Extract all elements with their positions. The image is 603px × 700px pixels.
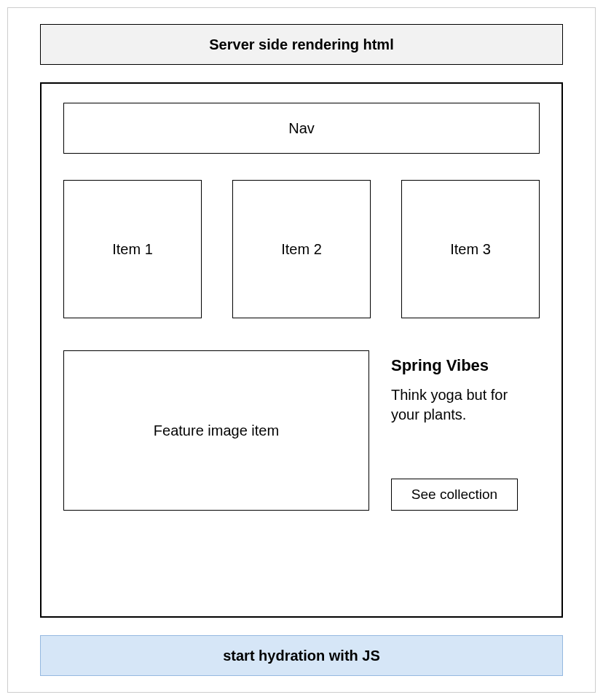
item-label: Item 1 (112, 241, 153, 258)
feature-description: Think yoga but for your plants. (391, 385, 540, 425)
nav-placeholder: Nav (63, 103, 540, 154)
feature-side: Spring Vibes Think yoga but for your pla… (391, 350, 540, 511)
ssr-step-bar: Server side rendering html (40, 24, 563, 65)
item-box-2: Item 2 (232, 180, 371, 318)
item-label: Item 2 (281, 241, 322, 258)
feature-image-label: Feature image item (154, 422, 279, 439)
nav-label: Nav (288, 120, 315, 137)
feature-title: Spring Vibes (391, 356, 540, 375)
hydration-step-bar: start hydration with JS (40, 635, 563, 676)
item-box-3: Item 3 (401, 180, 540, 318)
item-box-1: Item 1 (63, 180, 202, 318)
item-label: Item 3 (450, 241, 491, 258)
feature-row: Feature image item Spring Vibes Think yo… (63, 350, 540, 511)
see-collection-label: See collection (411, 487, 497, 502)
see-collection-button[interactable]: See collection (391, 479, 518, 511)
items-row: Item 1 Item 2 Item 3 (63, 180, 540, 318)
rendered-page-frame: Nav Item 1 Item 2 Item 3 Feature image i… (40, 82, 563, 618)
ssr-step-label: Server side rendering html (209, 36, 393, 53)
hydration-step-label: start hydration with JS (223, 648, 380, 664)
feature-image-placeholder: Feature image item (63, 350, 369, 511)
diagram-frame: Server side rendering html Nav Item 1 It… (7, 7, 596, 693)
